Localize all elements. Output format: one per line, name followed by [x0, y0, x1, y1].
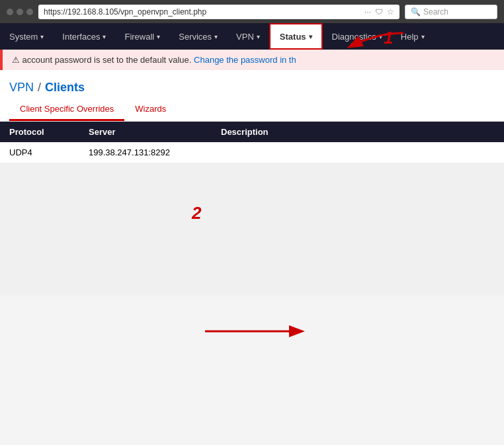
breadcrumb-separator: / [38, 81, 41, 95]
tab-client-overrides[interactable]: Client Specific Overrides [9, 99, 124, 121]
more-icon: ··· [364, 7, 371, 17]
shield-icon: 🛡 [375, 7, 383, 17]
nav-item-diagnostics[interactable]: Diagnostics ▾ [323, 23, 392, 50]
table-header: Protocol Server Description [0, 122, 504, 142]
nav-label-firewall: Firewall [124, 32, 154, 42]
alert-bar: ⚠ account password is set to the default… [0, 50, 504, 70]
nav-item-vpn[interactable]: VPN ▾ [227, 23, 269, 50]
browser-dots [7, 9, 33, 15]
nav-label-vpn: VPN [236, 32, 254, 42]
navbar: System ▾ Interfaces ▾ Firewall ▾ Service… [0, 23, 504, 50]
breadcrumb: VPN / Clients [9, 77, 495, 99]
breadcrumb-vpn[interactable]: VPN [9, 81, 34, 95]
search-bar[interactable]: 🔍 Search [405, 5, 497, 19]
alert-link[interactable]: Change the password in th [194, 55, 296, 65]
annotation-number-1: 1 [384, 28, 393, 48]
col-header-protocol: Protocol [9, 127, 89, 137]
annotation-number-2: 2 [192, 203, 201, 223]
nav-label-status: Status [280, 32, 306, 42]
table-row[interactable]: UDP4 199.38.247.131:8292 [0, 142, 504, 163]
dot-2 [17, 9, 23, 15]
address-text: https://192.168.8.105/vpn_openvpn_client… [44, 7, 360, 17]
chevron-down-icon: ▾ [214, 33, 218, 40]
nav-label-services: Services [179, 32, 212, 42]
nav-item-firewall[interactable]: Firewall ▾ [115, 23, 169, 50]
tab-wizards[interactable]: Wizards [124, 99, 177, 121]
nav-label-system: System [9, 32, 38, 42]
breadcrumb-current: Clients [45, 81, 85, 95]
nav-label-help: Help [401, 32, 419, 42]
col-header-server: Server [89, 127, 221, 137]
address-bar[interactable]: https://192.168.8.105/vpn_openvpn_client… [38, 5, 399, 19]
tab-label-client-overrides: Client Specific Overrides [20, 104, 114, 114]
main-content: 2 [0, 163, 504, 296]
chevron-down-icon: ▾ [379, 33, 382, 40]
search-icon: 🔍 [411, 7, 421, 17]
nav-item-services[interactable]: Services ▾ [169, 23, 227, 50]
chevron-down-icon: ▾ [421, 33, 425, 40]
col-header-description: Description [221, 127, 495, 137]
chevron-down-icon: ▾ [257, 33, 260, 40]
nav-label-interfaces: Interfaces [62, 32, 100, 42]
cell-server: 199.38.247.131:8292 [89, 147, 221, 157]
chevron-down-icon: ▾ [103, 33, 106, 40]
chevron-down-icon: ▾ [40, 33, 44, 40]
browser-chrome: https://192.168.8.105/vpn_openvpn_client… [0, 0, 504, 23]
alert-text: ⚠ account password is set to the default… [12, 55, 194, 65]
cell-description [221, 147, 495, 157]
chevron-down-icon: ▾ [157, 33, 160, 40]
nav-label-diagnostics: Diagnostics [332, 32, 376, 42]
table-section: Protocol Server Description UDP4 199.38.… [0, 122, 504, 163]
page-header: VPN / Clients [0, 70, 504, 99]
search-placeholder: Search [423, 7, 448, 17]
nav-item-system[interactable]: System ▾ [0, 23, 53, 50]
tab-label-wizards: Wizards [135, 104, 166, 114]
nav-item-help[interactable]: Help ▾ [392, 23, 434, 50]
nav-item-interfaces[interactable]: Interfaces ▾ [53, 23, 115, 50]
dot-1 [7, 9, 13, 15]
star-icon: ☆ [387, 7, 394, 17]
tabs-bar: Client Specific Overrides Wizards [0, 99, 504, 122]
chevron-down-icon: ▾ [309, 33, 312, 40]
cell-protocol: UDP4 [9, 147, 89, 157]
dot-3 [26, 9, 33, 15]
annotation-arrow-2 [205, 321, 311, 341]
nav-item-status[interactable]: Status ▾ [269, 23, 323, 50]
